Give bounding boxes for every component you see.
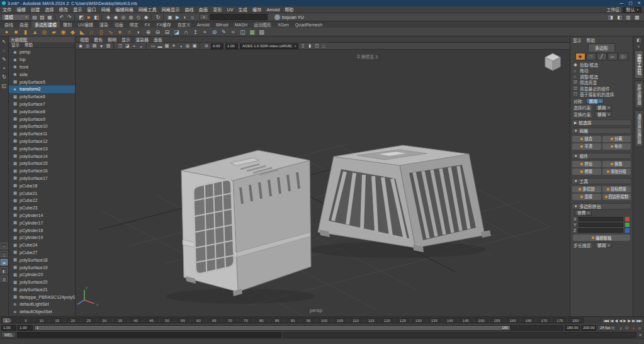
layout-single-pane[interactable]: ▭ [1, 243, 8, 249]
menubar-item[interactable]: 网格显示 [159, 6, 183, 13]
play-backwards-button[interactable]: ◀ [619, 318, 623, 323]
undo-icon[interactable]: ↶ [58, 13, 65, 21]
menubar-item[interactable]: UV [225, 7, 236, 13]
signed-in-user[interactable]: boyuan YU [274, 14, 304, 20]
select-tool[interactable]: ↖ [1, 38, 8, 45]
pin-panel-icon[interactable]: ◧ [636, 38, 641, 43]
outliner-item[interactable]: ▦ polySurface5 [9, 78, 75, 86]
new-scene-icon[interactable]: ▤ [31, 13, 38, 21]
outliner-item[interactable]: ▦ polySurface10 [9, 123, 75, 130]
hypershade-icon[interactable]: ▨ [257, 28, 266, 36]
open-scene-icon[interactable]: ▨ [38, 13, 46, 21]
outliner-item[interactable]: ▦ polySurface20 [9, 279, 75, 286]
uv-editor-icon[interactable]: ▦ [248, 28, 256, 36]
gamma-field[interactable]: 1.00 [225, 43, 238, 49]
combine-icon[interactable]: ⊕ [144, 28, 152, 36]
view-transform-dropdown[interactable]: ACES 1.0 SDR-video (sRGB) [240, 43, 298, 49]
outliner-item[interactable]: ▦ polySurface13 [9, 145, 75, 152]
select-hierarchy-icon[interactable]: ◩ [77, 13, 85, 21]
outliner-item[interactable]: ▦ polySurface9 [9, 115, 75, 123]
animation-start-field[interactable]: 1.00 [1, 325, 16, 331]
toolkit-menu-item[interactable]: 帮助 [587, 37, 596, 43]
axis-value-field[interactable] [579, 217, 623, 221]
outliner-item[interactable]: ▦ pCube18 [9, 182, 75, 189]
shelf-tab[interactable]: 雕刻 [60, 21, 75, 28]
outliner-item[interactable]: ▦ pCube23 [9, 204, 75, 212]
menubar-item[interactable]: 创建 [28, 6, 42, 13]
mesh-section-header[interactable]: ▼ 网格 [572, 128, 631, 134]
shelf-tab[interactable]: 动画 [111, 21, 127, 28]
outliner-item[interactable]: ◉ side [9, 70, 75, 78]
animation-preferences-icon[interactable]: ☼ [636, 326, 643, 330]
resolution-gate-icon[interactable]: ▮ [307, 43, 313, 49]
shelf-tab[interactable]: Bifrost [213, 21, 232, 28]
shelf-tab[interactable]: MASH [232, 21, 251, 28]
outliner-menu-item[interactable]: 显示 [11, 42, 20, 48]
outliner-item[interactable]: ▦ pCube21 [9, 189, 75, 197]
range-track[interactable]: 1 180 [34, 325, 563, 331]
safe-action-icon[interactable]: □ [320, 43, 327, 49]
poly-plane-icon[interactable]: ▰ [50, 28, 58, 36]
outliner-item[interactable]: ▦ polySurface8 [9, 108, 75, 115]
workspace-dropdown[interactable]: 默认 [623, 7, 641, 13]
select-component-icon[interactable]: ◧ [93, 13, 100, 21]
gate-mask-icon[interactable]: ◫ [314, 43, 320, 49]
step-back-frame-button[interactable]: ◀| [614, 318, 618, 323]
construction-history-icon[interactable]: ↻ [154, 13, 162, 21]
shelf-tab[interactable]: 自定义 [174, 21, 194, 28]
target-weld-button[interactable]: 目标焊接 [602, 186, 631, 192]
poly-gear-icon[interactable]: ∗ [116, 28, 124, 36]
edit-pivot-button[interactable]: 编辑枢轴 [573, 235, 630, 241]
step-forward-key-button[interactable]: ▶| [631, 318, 635, 323]
menubar-item[interactable]: 选择 [42, 6, 56, 13]
menubar-item[interactable]: 窗口 [84, 6, 98, 13]
animation-end-field[interactable]: 200.00 [581, 325, 596, 331]
shadows-icon[interactable]: ◑ [178, 43, 184, 49]
shelf-tab[interactable]: 多边形建模 [31, 21, 60, 28]
fps-dropdown[interactable]: 24 fps [597, 325, 616, 331]
snap-view-plane-icon[interactable]: ◇ [135, 13, 142, 21]
bevel-icon[interactable]: ◪ [172, 28, 181, 36]
drag-radio[interactable]: ○ 拖动 [572, 68, 631, 74]
add-divisions-button[interactable]: 添加分段 [602, 169, 631, 175]
model-pet-carrier[interactable] [181, 150, 311, 296]
shelf-tab[interactable]: 渲染 [96, 21, 111, 28]
resize-grip-icon[interactable]: ∷ [639, 340, 641, 344]
go-to-end-button[interactable]: ▶▶| [636, 318, 642, 323]
outliner-item[interactable]: ◉ front [9, 64, 75, 71]
menubar-item[interactable]: 帮助 [282, 6, 296, 13]
outliner-item[interactable]: ▦ pCylinder19 [9, 234, 75, 241]
poly-platonic-icon[interactable]: ◆ [69, 28, 77, 36]
menubar-item[interactable]: 缓存 [250, 6, 264, 13]
layout-two-pane[interactable]: ◫ [1, 251, 8, 257]
layout-hypershade-persp[interactable]: ▥ [1, 275, 8, 282]
menubar-item[interactable]: 修改 [57, 6, 71, 13]
outliner-item[interactable]: ◉ top [9, 56, 75, 64]
panel-menu-item[interactable]: 视图 [77, 36, 91, 43]
face-mode-icon[interactable]: ▱ [607, 53, 618, 60]
shelf-tab[interactable]: FX缓存 [154, 21, 174, 28]
pick-marquee-radio[interactable]: ◉ 拾取/框选 [572, 62, 631, 68]
gear-icon[interactable]: ☼ [636, 44, 640, 48]
outliner-item[interactable]: ▦ polySurface19 [9, 264, 75, 271]
menubar-item[interactable]: 网格 [99, 6, 113, 13]
mel-toggle-button[interactable]: MEL [1, 332, 16, 338]
camera-attributes-icon[interactable]: ▤ [91, 43, 98, 49]
panel-menu-item[interactable]: 面板 [151, 36, 165, 43]
outliner-item[interactable]: ◈ transform2 [9, 86, 75, 93]
open-render-view-icon[interactable]: ▣ [166, 13, 174, 21]
bridge-button[interactable]: 桥接 [572, 169, 601, 175]
vertex-mode-icon[interactable]: ∷ [586, 53, 596, 60]
shelf-tab[interactable]: 运动图形 [251, 21, 274, 28]
close-button[interactable]: ✕ [638, 1, 641, 6]
attribute-editor-toggle-icon[interactable]: ◨ [607, 13, 614, 21]
outliner-item[interactable]: ▦ pCube27 [9, 249, 75, 257]
select-object-icon[interactable]: ■ [85, 13, 93, 21]
layout-four-pane[interactable]: ⊞ [1, 259, 8, 265]
edge-mode-icon[interactable]: ╱ [597, 53, 607, 60]
tab-polygons[interactable]: 多边形 [588, 43, 615, 52]
tool-settings-toggle-icon[interactable]: ◧ [616, 13, 623, 21]
viewport-3d-scene[interactable]: x y z 平滑预览 3 persp [76, 50, 570, 316]
outliner-item[interactable]: ▦ polySurface7 [9, 101, 75, 108]
menubar-item[interactable]: 文件 [0, 6, 14, 13]
